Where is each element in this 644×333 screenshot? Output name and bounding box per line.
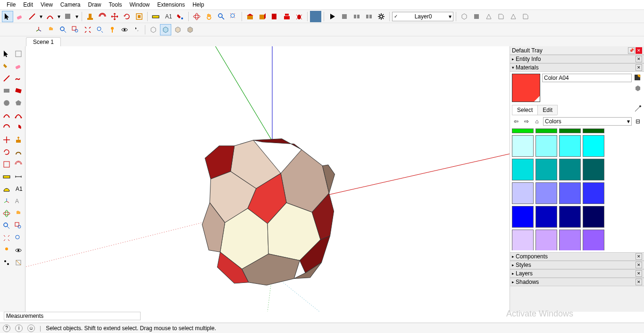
position-camera-tool[interactable] [107,24,118,35]
menu-window[interactable]: Window [126,0,154,9]
material-swatch[interactable] [583,128,604,133]
extension-warehouse-icon[interactable] [281,11,293,22]
next-scene-icon[interactable] [363,11,375,22]
tape-tool[interactable] [150,11,161,22]
material-swatch[interactable] [535,159,557,180]
material-back-icon[interactable]: ⇦ [512,117,520,126]
lt-orbit[interactable] [1,208,12,219]
lt-pushpull[interactable] [13,134,25,145]
view-left-icon[interactable] [520,11,531,22]
help-icon[interactable]: ? [3,324,10,332]
lt-look-around[interactable] [13,245,25,256]
tray-close-icon[interactable]: ✕ [636,47,642,54]
select-tool[interactable] [2,11,13,22]
previous-view-tool[interactable] [94,24,106,35]
play-icon[interactable] [326,11,338,22]
hand-tool[interactable] [45,24,57,35]
lt-offset[interactable] [13,159,25,170]
zoom-tool[interactable] [216,11,227,22]
menu-view[interactable]: View [37,0,57,9]
line-dropdown[interactable]: ▾ [39,11,43,22]
component-share-icon[interactable] [257,11,268,22]
material-swatch[interactable] [535,182,557,204]
pushpull-tool[interactable] [84,11,96,22]
lt-3pt-arc[interactable] [1,122,12,133]
wireframe-icon[interactable] [172,24,184,35]
zoom-extents-tool[interactable] [228,11,239,22]
arc-dropdown[interactable]: ▾ [57,11,61,22]
prev-scene-icon[interactable] [351,11,362,22]
menu-file[interactable]: File [3,0,19,9]
layers-icon[interactable] [310,11,321,22]
lt-make-component[interactable] [13,48,25,60]
close-icon[interactable]: ✕ [636,56,642,62]
scale-tool[interactable] [134,11,145,22]
material-swatch[interactable] [559,135,581,157]
close-icon[interactable]: ✕ [636,279,642,285]
lt-paint[interactable] [1,60,12,72]
menu-tools[interactable]: Tools [105,0,126,9]
line-tool[interactable] [26,11,38,22]
material-swatch[interactable] [583,182,604,204]
lt-zoom-extents[interactable] [1,232,12,244]
material-swatch[interactable] [583,135,604,157]
tray-title[interactable]: Default Tray 📌 ✕ [510,46,644,55]
panel-shadows[interactable]: Shadows✕ [510,278,644,286]
lt-text[interactable]: A1 [13,183,25,195]
lt-dimension[interactable] [13,171,25,182]
offset-tool[interactable] [97,11,108,22]
lt-move[interactable] [1,134,12,145]
rotate-tool[interactable] [121,11,133,22]
lt-circle[interactable] [1,97,12,109]
material-swatch[interactable] [512,230,534,250]
panel-layers[interactable]: Layers✕ [510,269,644,278]
shape-tool[interactable] [62,11,74,22]
panel-components[interactable]: Components✕ [510,252,644,261]
bug-icon[interactable] [293,11,305,22]
zoom2-tool[interactable] [58,24,69,35]
set-default-icon[interactable] [634,84,642,93]
pan-tool[interactable] [203,11,215,22]
lt-rectangle[interactable] [1,85,12,96]
xray-icon[interactable] [148,24,159,35]
lt-pan[interactable] [13,208,25,219]
material-swatch[interactable] [583,159,604,180]
tray-pin-icon[interactable]: 📌 [628,47,635,54]
view-iso-icon[interactable] [459,11,470,22]
material-swatch[interactable] [535,206,557,228]
material-details-icon[interactable]: ⊟ [634,117,642,126]
menu-extensions[interactable]: Extensions [153,0,189,9]
hidden-line-icon[interactable] [184,24,196,35]
orbit-tool[interactable] [191,11,202,22]
eraser-tool[interactable] [14,11,25,22]
settings-icon[interactable] [376,11,387,22]
panel-materials[interactable]: Materials✕ [510,63,644,72]
material-swatch[interactable] [559,206,581,228]
lt-followme[interactable] [13,146,25,158]
material-swatch[interactable] [512,135,534,157]
lt-prev-view[interactable] [13,232,25,244]
look-around-tool[interactable] [119,24,130,35]
text-tool[interactable]: A1 [162,11,174,22]
panel-entity-info[interactable]: Entity Info✕ [510,55,644,63]
info-icon[interactable]: i [15,324,23,332]
warehouse-icon[interactable] [244,11,256,22]
lt-select[interactable] [1,48,12,60]
user-icon[interactable]: ☺ [27,324,35,332]
eyedropper-icon[interactable] [634,104,642,114]
lt-section[interactable] [13,257,25,268]
lt-scale[interactable] [1,159,12,170]
materials-tab-select[interactable]: Select [512,105,538,115]
material-swatch[interactable] [512,182,534,204]
material-swatch[interactable] [559,128,581,133]
material-swatch[interactable] [559,230,581,250]
lt-2pt-arc[interactable] [13,110,25,121]
paint-tool[interactable] [175,11,186,22]
menu-camera[interactable]: Camera [57,0,84,9]
material-library-select[interactable]: Colors [543,117,632,126]
stop-icon[interactable] [339,11,350,22]
lt-position-camera[interactable] [1,245,12,256]
lt-arc[interactable] [1,110,12,121]
zoom-extents2-tool[interactable] [82,24,93,35]
material-swatch[interactable] [535,230,557,250]
